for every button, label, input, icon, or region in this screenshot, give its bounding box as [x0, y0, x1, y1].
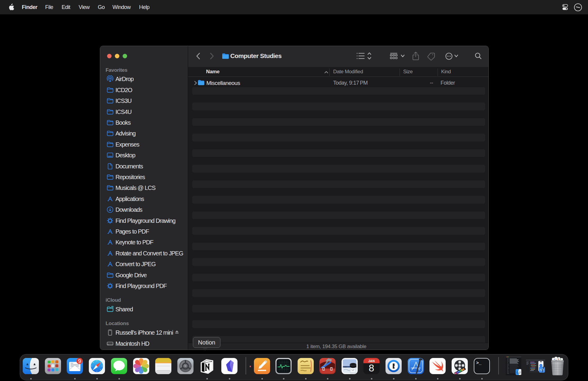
svg-text:>_: >_ — [476, 361, 482, 366]
svg-text:9: 9 — [78, 358, 81, 364]
svg-text:JAN: JAN — [368, 359, 375, 363]
svg-text:8: 8 — [369, 362, 374, 374]
